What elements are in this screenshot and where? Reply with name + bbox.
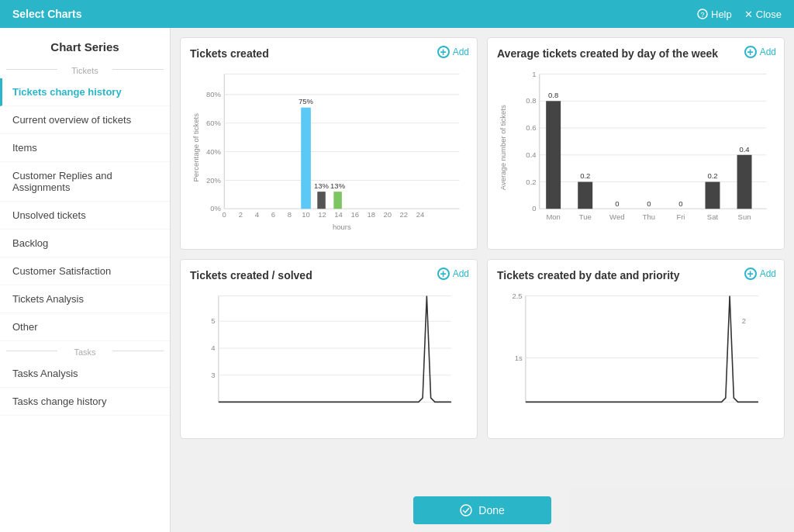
svg-text:1s: 1s bbox=[515, 354, 523, 362]
svg-text:0%: 0% bbox=[210, 204, 221, 212]
bar-mon bbox=[546, 101, 561, 209]
svg-text:4: 4 bbox=[255, 210, 259, 219]
help-icon: ? bbox=[697, 9, 708, 19]
add-circle-icon: + bbox=[437, 46, 450, 58]
chart2-title: Average tickets created by day of the we… bbox=[497, 47, 775, 60]
svg-text:hours: hours bbox=[333, 223, 351, 231]
app-header: Select Charts ? Help ✕ Close bbox=[0, 0, 794, 28]
chart3-title: Tickets created / solved bbox=[190, 269, 468, 282]
checkmark-icon bbox=[460, 504, 472, 516]
svg-text:0.6: 0.6 bbox=[526, 123, 536, 132]
chart3-add-button[interactable]: + Add bbox=[437, 268, 469, 280]
sidebar-item-unsolved-tickets[interactable]: Unsolved tickets bbox=[0, 202, 170, 230]
bar-sat bbox=[705, 182, 720, 209]
svg-text:Fri: Fri bbox=[676, 212, 685, 221]
sidebar-item-backlog[interactable]: Backlog bbox=[0, 230, 170, 257]
svg-text:Wed: Wed bbox=[609, 212, 624, 221]
done-button-container: Done bbox=[171, 489, 794, 532]
svg-text:0.4: 0.4 bbox=[526, 150, 536, 159]
chart2-svg: 0 0.2 0.4 0.6 0.8 1 Average number of ti… bbox=[497, 66, 775, 237]
sidebar-item-customer-satisfaction[interactable]: Customer Satisfaction bbox=[0, 257, 170, 285]
svg-text:0.2: 0.2 bbox=[707, 171, 717, 180]
svg-text:60%: 60% bbox=[206, 119, 222, 127]
add-circle-icon-3: + bbox=[437, 268, 450, 280]
add-circle-icon-4: + bbox=[744, 268, 757, 280]
sidebar-item-items[interactable]: Items bbox=[0, 134, 170, 162]
sidebar-item-other[interactable]: Other bbox=[0, 313, 170, 341]
svg-text:14: 14 bbox=[334, 210, 343, 219]
svg-text:Percentage of tickets: Percentage of tickets bbox=[192, 113, 200, 182]
chart4-title: Tickets created by date and priority bbox=[497, 269, 775, 282]
svg-text:2.5: 2.5 bbox=[512, 292, 522, 300]
svg-text:13%: 13% bbox=[314, 181, 330, 190]
svg-text:13%: 13% bbox=[330, 181, 346, 190]
svg-text:0.4: 0.4 bbox=[739, 145, 749, 154]
bar-hour10-blue bbox=[301, 108, 311, 209]
svg-text:0.8: 0.8 bbox=[548, 91, 558, 99]
chart-created-solved: Tickets created / solved + Add 3 4 bbox=[180, 259, 478, 439]
svg-text:0.2: 0.2 bbox=[580, 171, 590, 180]
svg-text:Average number of tickets: Average number of tickets bbox=[499, 105, 507, 190]
chart-by-priority: Tickets created by date and priority + A… bbox=[487, 259, 785, 439]
svg-text:75%: 75% bbox=[299, 97, 314, 105]
svg-text:80%: 80% bbox=[206, 90, 222, 98]
svg-text:Sat: Sat bbox=[707, 212, 719, 221]
chart2-add-button[interactable]: + Add bbox=[744, 46, 776, 58]
svg-text:2: 2 bbox=[239, 210, 243, 219]
chart-avg-by-day: Average tickets created by day of the we… bbox=[487, 37, 785, 250]
sidebar-item-customer-replies[interactable]: Customer Replies and Assignments bbox=[0, 162, 170, 202]
bar-sun bbox=[737, 155, 752, 209]
charts-area: Tickets created + Add 0% 20% 40 bbox=[171, 28, 794, 532]
chart1-title: Tickets created bbox=[190, 47, 468, 60]
bar-hour12-dark bbox=[317, 192, 326, 209]
svg-text:2: 2 bbox=[742, 316, 746, 325]
chart4-svg: 1s 2.5 2 bbox=[497, 288, 775, 427]
sidebar-item-tickets-change-history[interactable]: Tickets change history bbox=[0, 78, 170, 106]
svg-text:40%: 40% bbox=[206, 147, 222, 156]
chart1-svg: 0% 20% 40% 60% 80% Percentage of tickets… bbox=[190, 66, 468, 237]
done-button[interactable]: Done bbox=[413, 496, 551, 524]
svg-text:22: 22 bbox=[400, 210, 409, 219]
sidebar-item-tasks-change-history[interactable]: Tasks change history bbox=[0, 388, 170, 416]
svg-text:Thu: Thu bbox=[643, 212, 655, 221]
svg-text:Tue: Tue bbox=[579, 212, 592, 221]
svg-text:16: 16 bbox=[350, 210, 359, 219]
chart1-add-button[interactable]: + Add bbox=[437, 46, 469, 58]
sidebar-item-current-overview[interactable]: Current overview of tickets bbox=[0, 106, 170, 134]
svg-text:0: 0 bbox=[532, 204, 536, 212]
svg-text:Mon: Mon bbox=[546, 212, 560, 221]
chart3-svg: 3 4 5 bbox=[190, 288, 468, 427]
svg-text:0: 0 bbox=[615, 199, 619, 208]
add-circle-icon-2: + bbox=[744, 46, 757, 58]
svg-text:0: 0 bbox=[678, 199, 682, 208]
chart4-add-button[interactable]: + Add bbox=[744, 268, 776, 280]
sidebar-section-tickets: Tickets bbox=[0, 60, 170, 78]
main-layout: Chart Series Tickets Tickets change hist… bbox=[0, 28, 794, 532]
sidebar-section-tasks: Tasks bbox=[0, 341, 170, 360]
svg-text:Sun: Sun bbox=[738, 212, 751, 221]
svg-text:1: 1 bbox=[532, 70, 536, 78]
svg-text:3: 3 bbox=[211, 371, 215, 379]
svg-text:0.2: 0.2 bbox=[526, 178, 536, 186]
bar-hour14-green bbox=[333, 192, 342, 209]
sidebar: Chart Series Tickets Tickets change hist… bbox=[0, 28, 171, 532]
svg-text:0.8: 0.8 bbox=[526, 96, 536, 105]
bar-tue bbox=[578, 182, 592, 209]
chart4-line bbox=[526, 296, 758, 402]
sidebar-item-tickets-analysis[interactable]: Tickets Analysis bbox=[0, 285, 170, 313]
svg-text:?: ? bbox=[700, 11, 704, 19]
svg-text:20: 20 bbox=[384, 210, 392, 219]
close-button[interactable]: ✕ Close bbox=[744, 9, 782, 20]
sidebar-title: Chart Series bbox=[0, 28, 170, 60]
svg-text:20%: 20% bbox=[206, 176, 222, 185]
svg-text:18: 18 bbox=[367, 210, 375, 219]
sidebar-item-tasks-analysis[interactable]: Tasks Analysis bbox=[0, 360, 170, 388]
svg-text:0: 0 bbox=[223, 210, 226, 219]
header-actions: ? Help ✕ Close bbox=[697, 9, 782, 20]
svg-text:5: 5 bbox=[211, 316, 215, 325]
help-button[interactable]: ? Help bbox=[697, 9, 732, 20]
close-icon: ✕ bbox=[744, 9, 753, 20]
svg-text:12: 12 bbox=[318, 210, 326, 219]
svg-text:24: 24 bbox=[416, 210, 425, 219]
svg-text:10: 10 bbox=[302, 210, 310, 219]
